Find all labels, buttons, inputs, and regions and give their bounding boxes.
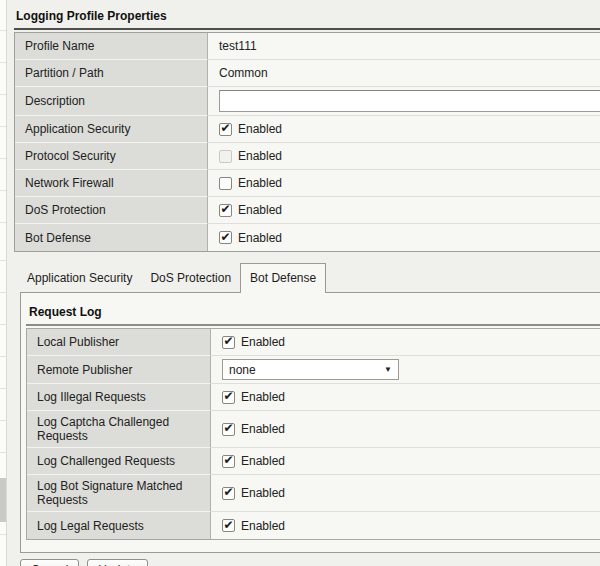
table-row: Log Captcha Challenged Requests Enabled bbox=[27, 411, 600, 448]
profile-name-value: test111 bbox=[219, 39, 257, 53]
row-label: Log Illegal Requests bbox=[27, 384, 211, 411]
checkbox-label: Enabled bbox=[238, 203, 282, 217]
table-row: Description bbox=[15, 87, 600, 116]
cancel-button[interactable]: Cancel bbox=[20, 559, 79, 566]
log-bot-signature-matched-requests-checkbox[interactable] bbox=[222, 487, 235, 500]
row-label: Log Bot Signature Matched Requests bbox=[27, 475, 211, 512]
checkbox-label: Enabled bbox=[238, 231, 282, 245]
tab-dos-protection[interactable]: DoS Protection bbox=[141, 264, 240, 292]
dos-protection-checkbox[interactable] bbox=[219, 204, 232, 217]
selected-option: none bbox=[229, 363, 256, 377]
log-illegal-requests-checkbox[interactable] bbox=[222, 391, 235, 404]
row-label: Partition / Path bbox=[15, 60, 208, 87]
profile-properties-table: Profile Name test111 Partition / Path Co… bbox=[14, 32, 600, 252]
row-label: Bot Defense bbox=[15, 224, 208, 251]
request-log-title: Request Log bbox=[26, 299, 600, 326]
table-row: Profile Name test111 bbox=[15, 33, 600, 60]
main-content: Logging Profile Properties Profile Name … bbox=[14, 0, 600, 566]
row-label: Log Captcha Challenged Requests bbox=[27, 411, 211, 448]
row-label: Network Firewall bbox=[15, 170, 208, 197]
checkbox-label: Enabled bbox=[241, 390, 285, 404]
checkbox-label: Enabled bbox=[241, 422, 285, 436]
protocol-security-checkbox bbox=[219, 150, 232, 163]
row-label: Description bbox=[15, 87, 208, 116]
partition-path-value: Common bbox=[219, 66, 268, 80]
log-legal-requests-checkbox[interactable] bbox=[222, 519, 235, 532]
remote-publisher-select[interactable]: none ▼ bbox=[222, 359, 399, 380]
row-label: Protocol Security bbox=[15, 143, 208, 170]
row-label: Application Security bbox=[15, 116, 208, 143]
checkbox-label: Enabled bbox=[241, 486, 285, 500]
checkbox-label: Enabled bbox=[241, 454, 285, 468]
sidebar-edge bbox=[0, 0, 7, 566]
table-row: Log Illegal Requests Enabled bbox=[27, 384, 600, 411]
row-label: DoS Protection bbox=[15, 197, 208, 224]
table-row: Application Security Enabled bbox=[15, 116, 600, 143]
dropdown-arrow-icon: ▼ bbox=[384, 365, 392, 374]
checkbox-label: Enabled bbox=[241, 335, 285, 349]
table-row: Local Publisher Enabled bbox=[27, 329, 600, 356]
local-publisher-checkbox[interactable] bbox=[222, 336, 235, 349]
update-button[interactable]: Update bbox=[87, 559, 148, 566]
table-row: Remote Publisher none ▼ bbox=[27, 356, 600, 384]
tab-application-security[interactable]: Application Security bbox=[18, 264, 141, 292]
row-label: Log Legal Requests bbox=[27, 512, 211, 539]
bot-defense-checkbox[interactable] bbox=[219, 231, 232, 244]
sidebar-selected-item-edge bbox=[0, 478, 6, 522]
checkbox-label: Enabled bbox=[238, 122, 282, 136]
row-label: Remote Publisher bbox=[27, 356, 211, 384]
checkbox-label: Enabled bbox=[241, 519, 285, 533]
tab-bar: Application Security DoS Protection Bot … bbox=[14, 263, 600, 292]
table-row: Protocol Security Enabled bbox=[15, 143, 600, 170]
network-firewall-checkbox[interactable] bbox=[219, 177, 232, 190]
checkbox-label: Enabled bbox=[238, 149, 282, 163]
description-input[interactable] bbox=[219, 90, 600, 112]
page-title: Logging Profile Properties bbox=[14, 0, 600, 30]
table-row: Network Firewall Enabled bbox=[15, 170, 600, 197]
row-label: Log Challenged Requests bbox=[27, 448, 211, 475]
application-security-checkbox[interactable] bbox=[219, 123, 232, 136]
row-label: Local Publisher bbox=[27, 329, 211, 356]
checkbox-label: Enabled bbox=[238, 176, 282, 190]
request-log-table: Local Publisher Enabled Remote Publisher… bbox=[26, 328, 600, 540]
bot-defense-tab-panel: Request Log Local Publisher Enabled Remo… bbox=[20, 292, 600, 553]
table-row: DoS Protection Enabled bbox=[15, 197, 600, 224]
table-row: Log Challenged Requests Enabled bbox=[27, 448, 600, 475]
log-captcha-challenged-requests-checkbox[interactable] bbox=[222, 423, 235, 436]
tab-bot-defense[interactable]: Bot Defense bbox=[240, 263, 326, 293]
table-row: Partition / Path Common bbox=[15, 60, 600, 87]
table-row: Bot Defense Enabled bbox=[15, 224, 600, 251]
log-challenged-requests-checkbox[interactable] bbox=[222, 455, 235, 468]
table-row: Log Bot Signature Matched Requests Enabl… bbox=[27, 475, 600, 512]
row-label: Profile Name bbox=[15, 33, 208, 60]
table-row: Log Legal Requests Enabled bbox=[27, 512, 600, 539]
form-actions: Cancel Update bbox=[20, 559, 600, 566]
